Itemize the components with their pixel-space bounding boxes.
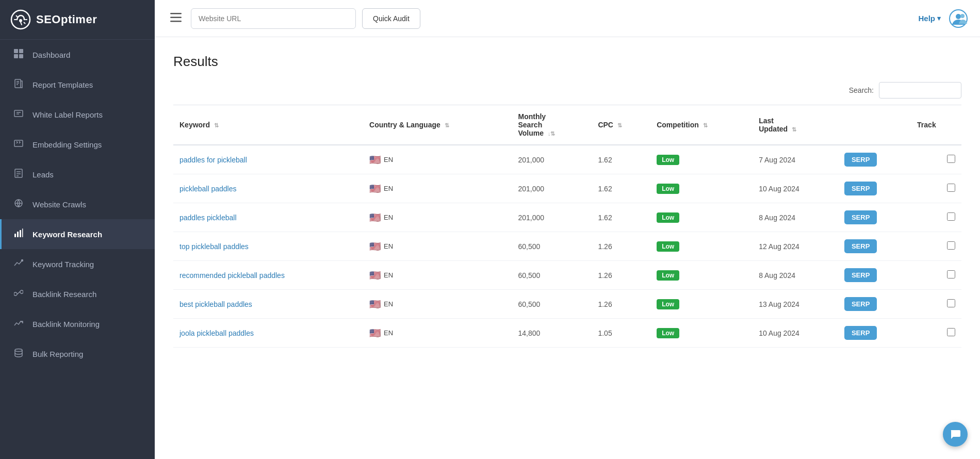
cell-keyword: paddles pickleball xyxy=(173,203,363,232)
cell-last-updated: 7 Aug 2024 xyxy=(753,145,838,174)
table-row: joola pickleball paddles 🇺🇸 EN 14,800 1.… xyxy=(173,319,961,348)
cell-country: 🇺🇸 EN xyxy=(363,145,512,174)
page-title: Results xyxy=(173,54,961,70)
cell-track xyxy=(911,203,961,232)
flag-icon: 🇺🇸 xyxy=(369,327,381,339)
chat-bubble-button[interactable] xyxy=(943,422,968,447)
sidebar-item-leads[interactable]: Leads xyxy=(0,159,155,189)
cell-serp: SERP xyxy=(838,203,911,232)
white-label-icon xyxy=(14,109,25,120)
table-row: paddles for pickleball 🇺🇸 EN 201,000 1.6… xyxy=(173,145,961,174)
svg-rect-24 xyxy=(170,17,182,19)
user-avatar-button[interactable] xyxy=(949,9,968,28)
sort-icon-keyword[interactable]: ⇅ xyxy=(214,122,219,129)
col-header-serp xyxy=(838,105,911,145)
language-code: EN xyxy=(384,214,393,221)
keyword-research-icon xyxy=(14,228,25,240)
sort-icon-country[interactable]: ⇅ xyxy=(445,122,449,129)
help-button[interactable]: Help ▾ xyxy=(918,14,941,23)
col-header-keyword: Keyword ⇅ xyxy=(173,105,363,145)
table-row: recommended pickleball paddles 🇺🇸 EN 60,… xyxy=(173,261,961,290)
main-panel: Quick Audit Help ▾ Results Sear xyxy=(155,0,980,459)
cell-cpc: 1.62 xyxy=(592,174,650,203)
url-input[interactable] xyxy=(191,8,356,29)
cell-keyword: best pickleball paddles xyxy=(173,290,363,319)
language-code: EN xyxy=(384,300,393,308)
app-name: SEOptimer xyxy=(36,13,97,26)
table-row: pickleball paddles 🇺🇸 EN 201,000 1.62 Lo… xyxy=(173,174,961,203)
competition-badge: Low xyxy=(657,241,679,252)
sort-icon-cpc[interactable]: ⇅ xyxy=(617,122,622,129)
table-header-row: Keyword ⇅ Country & Language ⇅ MonthlySe… xyxy=(173,105,961,145)
svg-rect-5 xyxy=(19,54,23,58)
serp-button[interactable]: SERP xyxy=(844,239,877,253)
cell-volume: 201,000 xyxy=(512,174,592,203)
competition-badge: Low xyxy=(657,212,679,223)
track-checkbox[interactable] xyxy=(947,241,955,250)
sidebar-item-keyword-research[interactable]: Keyword Research xyxy=(0,219,155,249)
bulk-icon xyxy=(14,348,25,359)
cell-volume: 201,000 xyxy=(512,145,592,174)
flag-icon: 🇺🇸 xyxy=(369,299,381,310)
cell-last-updated: 8 Aug 2024 xyxy=(753,203,838,232)
cell-competition: Low xyxy=(650,232,753,261)
sidebar-item-backlink-monitoring[interactable]: Backlink Monitoring xyxy=(0,309,155,339)
sidebar-item-website-crawls[interactable]: Website Crawls xyxy=(0,189,155,219)
serp-button[interactable]: SERP xyxy=(844,268,877,282)
search-input[interactable] xyxy=(879,82,961,99)
col-header-competition: Competition ⇅ xyxy=(650,105,753,145)
sidebar-item-bulk-reporting[interactable]: Bulk Reporting xyxy=(0,339,155,369)
cell-keyword: top pickleball paddles xyxy=(173,232,363,261)
sidebar-item-label: Embedding Settings xyxy=(32,140,102,149)
sidebar-item-label: Dashboard xyxy=(32,51,70,59)
language-code: EN xyxy=(384,242,393,250)
sidebar-item-report-templates[interactable]: Report Templates xyxy=(0,70,155,100)
sidebar-item-label: Keyword Research xyxy=(32,230,102,239)
serp-button[interactable]: SERP xyxy=(844,326,877,340)
cell-competition: Low xyxy=(650,261,753,290)
sidebar-item-backlink-research[interactable]: Backlink Research xyxy=(0,279,155,309)
col-header-volume: MonthlySearchVolume ↓⇅ xyxy=(512,105,592,145)
col-header-last-updated: LastUpdated ⇅ xyxy=(753,105,838,145)
track-checkbox[interactable] xyxy=(947,328,955,336)
serp-button[interactable]: SERP xyxy=(844,210,877,224)
cell-country: 🇺🇸 EN xyxy=(363,319,512,348)
cell-volume: 201,000 xyxy=(512,203,592,232)
sort-icon-competition[interactable]: ⇅ xyxy=(703,122,708,129)
user-avatar-icon xyxy=(949,9,968,28)
cell-keyword: paddles for pickleball xyxy=(173,145,363,174)
topbar: Quick Audit Help ▾ xyxy=(155,0,980,37)
track-checkbox[interactable] xyxy=(947,155,955,163)
cell-cpc: 1.62 xyxy=(592,203,650,232)
cell-volume: 60,500 xyxy=(512,232,592,261)
cell-volume: 60,500 xyxy=(512,261,592,290)
serp-button[interactable]: SERP xyxy=(844,153,877,167)
serp-button[interactable]: SERP xyxy=(844,297,877,311)
track-checkbox[interactable] xyxy=(947,184,955,192)
cell-keyword: pickleball paddles xyxy=(173,174,363,203)
sort-icon-volume[interactable]: ↓⇅ xyxy=(548,130,556,137)
sort-icon-last-updated[interactable]: ⇅ xyxy=(792,126,796,133)
cell-keyword: joola pickleball paddles xyxy=(173,319,363,348)
sidebar-item-white-label-reports[interactable]: White Label Reports xyxy=(0,100,155,129)
cell-cpc: 1.26 xyxy=(592,290,650,319)
nav-list: Dashboard Report Templates White Label R… xyxy=(0,40,155,369)
serp-button[interactable]: SERP xyxy=(844,182,877,195)
svg-rect-3 xyxy=(19,49,23,53)
sidebar-item-dashboard[interactable]: Dashboard xyxy=(0,40,155,70)
track-checkbox[interactable] xyxy=(947,212,955,221)
sidebar-item-label: Report Templates xyxy=(32,80,93,89)
table-row: best pickleball paddles 🇺🇸 EN 60,500 1.2… xyxy=(173,290,961,319)
seoptimer-logo-icon xyxy=(10,9,31,30)
quick-audit-button[interactable]: Quick Audit xyxy=(362,8,420,29)
sidebar-item-embedding-settings[interactable]: Embedding Settings xyxy=(0,129,155,159)
sidebar-item-keyword-tracking[interactable]: Keyword Tracking xyxy=(0,249,155,279)
sidebar-item-label: Backlink Monitoring xyxy=(32,320,100,329)
svg-point-22 xyxy=(15,349,22,352)
content-area: Results Search: Keyword ⇅ Country & Lang… xyxy=(155,37,980,459)
track-checkbox[interactable] xyxy=(947,299,955,307)
hamburger-button[interactable] xyxy=(167,10,185,27)
track-checkbox[interactable] xyxy=(947,270,955,278)
cell-last-updated: 12 Aug 2024 xyxy=(753,232,838,261)
svg-point-28 xyxy=(960,14,965,18)
